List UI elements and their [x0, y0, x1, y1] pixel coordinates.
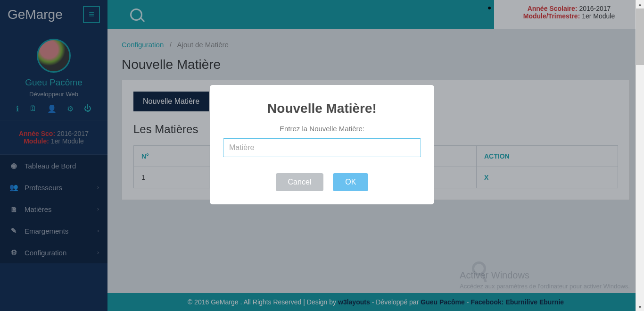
modal-buttons: Cancel OK	[223, 173, 421, 191]
modal-prompt: Entrez la Nouvelle Matière:	[223, 125, 421, 133]
scroll-down-arrow[interactable]: ▼	[636, 303, 644, 311]
scroll-thumb[interactable]	[636, 8, 644, 65]
cancel-button[interactable]: Cancel	[276, 173, 324, 191]
matiere-input[interactable]	[223, 138, 421, 157]
vertical-scrollbar[interactable]: ▲ ▼	[636, 0, 644, 311]
modal-title: Nouvelle Matière!	[223, 101, 421, 116]
ok-button[interactable]: OK	[333, 173, 368, 191]
scroll-up-arrow[interactable]: ▲	[636, 0, 644, 8]
modal: Nouvelle Matière! Entrez la Nouvelle Mat…	[210, 85, 434, 204]
modal-overlay[interactable]: Nouvelle Matière! Entrez la Nouvelle Mat…	[0, 0, 644, 311]
